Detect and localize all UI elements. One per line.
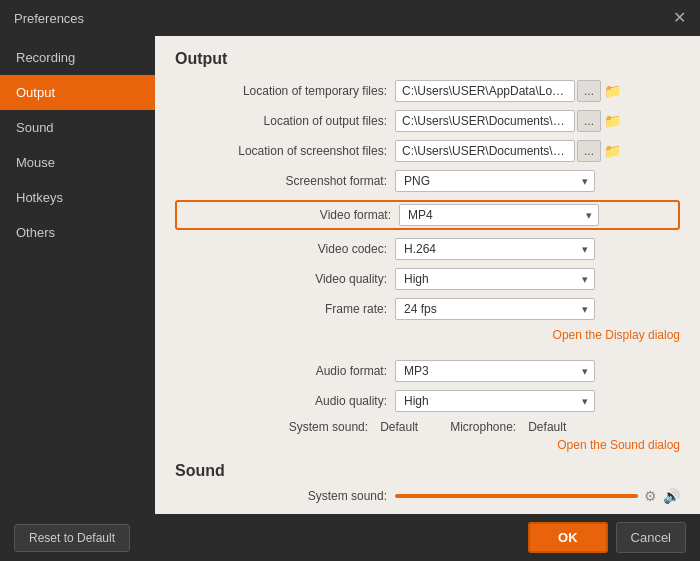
microphone-label: Microphone: (450, 420, 516, 434)
cancel-button[interactable]: Cancel (616, 522, 686, 553)
display-link-row: Open the Display dialog (175, 328, 680, 342)
temp-files-folder-button[interactable]: 📁 (604, 83, 621, 99)
video-codec-select-wrap: H.264 H.265 (395, 238, 595, 260)
audio-quality-row: Audio quality: High Medium Low (175, 390, 680, 412)
output-files-label: Location of output files: (175, 114, 395, 128)
audio-quality-select-wrap: High Medium Low (395, 390, 595, 412)
output-files-dots-button[interactable]: ... (577, 110, 601, 132)
audio-quality-label: Audio quality: (175, 394, 395, 408)
speaker-icon[interactable]: 🔊 (663, 488, 680, 504)
screenshot-files-row: Location of screenshot files: C:\Users\U… (175, 140, 680, 162)
sidebar-item-output[interactable]: Output (0, 75, 155, 110)
screenshot-files-path: C:\Users\USER\Documents\Aiseesoft (395, 140, 575, 162)
output-files-path: C:\Users\USER\Documents\Aiseesoft (395, 110, 575, 132)
title-bar: Preferences ✕ (0, 0, 700, 36)
reset-button[interactable]: Reset to Default (14, 524, 130, 552)
video-quality-select-wrap: High Medium Low (395, 268, 595, 290)
output-section-title: Output (175, 50, 680, 68)
frame-rate-label: Frame rate: (175, 302, 395, 316)
content-area: Output Location of temporary files: C:\U… (155, 36, 700, 514)
sidebar-item-recording[interactable]: Recording (0, 40, 155, 75)
video-format-row: Video format: MP4 MOV AVI MKV (175, 200, 680, 230)
video-quality-control: High Medium Low (395, 268, 680, 290)
output-files-control: C:\Users\USER\Documents\Aiseesoft ... 📁 (395, 110, 680, 132)
audio-format-control: MP3 AAC WAV (395, 360, 680, 382)
screenshot-files-folder-button[interactable]: 📁 (604, 143, 621, 159)
system-sound-slider-track[interactable] (395, 494, 638, 498)
video-format-select[interactable]: MP4 MOV AVI MKV (399, 204, 599, 226)
temp-files-path: C:\Users\USER\AppData\Local\Ten (395, 80, 575, 102)
screenshot-files-dots-button[interactable]: ... (577, 140, 601, 162)
temp-files-label: Location of temporary files: (175, 84, 395, 98)
video-codec-control: H.264 H.265 (395, 238, 680, 260)
video-codec-row: Video codec: H.264 H.265 (175, 238, 680, 260)
microphone-value: Default (528, 420, 566, 434)
main-content: Recording Output Sound Mouse Hotkeys Oth… (0, 36, 700, 514)
gear-icon[interactable]: ⚙ (644, 488, 657, 504)
video-codec-label: Video codec: (175, 242, 395, 256)
frame-rate-control: 24 fps 30 fps 60 fps (395, 298, 680, 320)
audio-format-select[interactable]: MP3 AAC WAV (395, 360, 595, 382)
output-files-folder-button[interactable]: 📁 (604, 113, 621, 129)
frame-rate-row: Frame rate: 24 fps 30 fps 60 fps (175, 298, 680, 320)
system-sound-slider-row: System sound: ⚙ 🔊 (175, 488, 680, 504)
audio-quality-select[interactable]: High Medium Low (395, 390, 595, 412)
sidebar-item-mouse[interactable]: Mouse (0, 145, 155, 180)
system-sound-info-row: System sound: Default Microphone: Defaul… (175, 420, 680, 434)
video-codec-select[interactable]: H.264 H.265 (395, 238, 595, 260)
sidebar-item-others[interactable]: Others (0, 215, 155, 250)
screenshot-format-control: PNG JPG BMP (395, 170, 680, 192)
audio-format-row: Audio format: MP3 AAC WAV (175, 360, 680, 382)
sidebar: Recording Output Sound Mouse Hotkeys Oth… (0, 36, 155, 514)
separator (175, 350, 680, 360)
screenshot-format-select-wrap: PNG JPG BMP (395, 170, 595, 192)
video-quality-row: Video quality: High Medium Low (175, 268, 680, 290)
video-format-control: MP4 MOV AVI MKV (399, 204, 676, 226)
footer: Reset to Default OK Cancel (0, 514, 700, 561)
system-sound-slider-wrap: ⚙ 🔊 (395, 488, 680, 504)
screenshot-files-control: C:\Users\USER\Documents\Aiseesoft ... 📁 (395, 140, 680, 162)
temp-files-row: Location of temporary files: C:\Users\US… (175, 80, 680, 102)
sidebar-item-hotkeys[interactable]: Hotkeys (0, 180, 155, 215)
screenshot-format-row: Screenshot format: PNG JPG BMP (175, 170, 680, 192)
system-sound-slider-label: System sound: (175, 489, 395, 503)
close-button[interactable]: ✕ (673, 10, 686, 26)
frame-rate-select-wrap: 24 fps 30 fps 60 fps (395, 298, 595, 320)
system-sound-label: System sound: (289, 420, 368, 434)
video-quality-select[interactable]: High Medium Low (395, 268, 595, 290)
temp-files-dots-button[interactable]: ... (577, 80, 601, 102)
sidebar-item-sound[interactable]: Sound (0, 110, 155, 145)
screenshot-files-label: Location of screenshot files: (175, 144, 395, 158)
dialog-title: Preferences (14, 11, 84, 26)
video-format-label: Video format: (179, 208, 399, 222)
sound-section-title: Sound (175, 462, 680, 480)
temp-files-control: C:\Users\USER\AppData\Local\Ten ... 📁 (395, 80, 680, 102)
frame-rate-select[interactable]: 24 fps 30 fps 60 fps (395, 298, 595, 320)
ok-button[interactable]: OK (528, 522, 608, 553)
audio-format-select-wrap: MP3 AAC WAV (395, 360, 595, 382)
audio-format-label: Audio format: (175, 364, 395, 378)
video-format-select-wrap: MP4 MOV AVI MKV (399, 204, 599, 226)
video-quality-label: Video quality: (175, 272, 395, 286)
sound-dialog-link[interactable]: Open the Sound dialog (557, 438, 680, 452)
preferences-dialog: Preferences ✕ Recording Output Sound Mou… (0, 0, 700, 561)
sound-link-row: Open the Sound dialog (175, 438, 680, 452)
audio-quality-control: High Medium Low (395, 390, 680, 412)
display-dialog-link[interactable]: Open the Display dialog (553, 328, 680, 342)
screenshot-format-select[interactable]: PNG JPG BMP (395, 170, 595, 192)
system-sound-value: Default (380, 420, 418, 434)
screenshot-format-label: Screenshot format: (175, 174, 395, 188)
output-files-row: Location of output files: C:\Users\USER\… (175, 110, 680, 132)
footer-buttons: OK Cancel (528, 522, 686, 553)
